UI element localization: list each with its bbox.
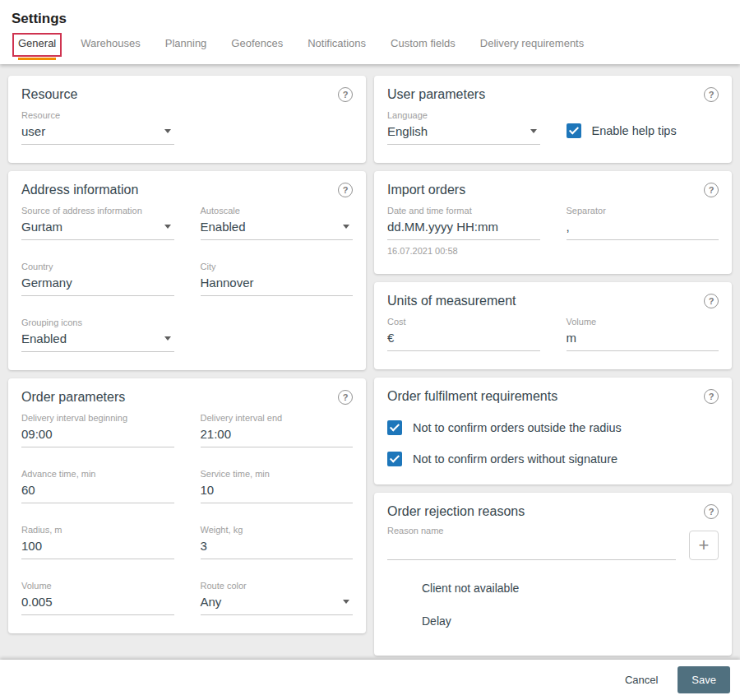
address-information-card-title: Address information bbox=[21, 183, 138, 197]
resource-field-label: Resource bbox=[21, 110, 174, 120]
city-field-label: City bbox=[201, 262, 354, 271]
help-icon[interactable]: ? bbox=[704, 504, 719, 519]
rejection-reason-list: Client not available Delay bbox=[387, 572, 719, 637]
field-label: Delivery interval end bbox=[201, 413, 354, 423]
checkbox-checked-icon bbox=[387, 452, 402, 466]
volume-field: Volume bbox=[21, 581, 174, 615]
order-parameters-card-title: Order parameters bbox=[21, 390, 125, 405]
help-icon[interactable]: ? bbox=[704, 183, 719, 197]
country-field-label: Country bbox=[21, 262, 174, 271]
service-time-field: Service time, min bbox=[201, 469, 354, 503]
field-label: Radius, m bbox=[21, 525, 174, 535]
grouping-icons-select[interactable]: Enabled bbox=[21, 329, 174, 352]
address-information-card: Address information ? Source of address … bbox=[8, 171, 366, 370]
tab-custom-fields[interactable]: Custom fields bbox=[391, 29, 456, 60]
reason-name-input[interactable] bbox=[387, 537, 676, 560]
left-column: Resource ? Resource user Address informa… bbox=[8, 76, 366, 660]
confirm-without-signature-label: Not to confirm orders without signature bbox=[413, 452, 617, 466]
rejection-reason-item[interactable]: Client not available bbox=[387, 572, 719, 605]
confirm-outside-radius-checkbox[interactable]: Not to confirm orders outside the radius bbox=[387, 420, 719, 435]
field-label: Weight, kg bbox=[201, 525, 354, 535]
datetime-format-hint: 16.07.2021 00:58 bbox=[387, 246, 540, 256]
volume-unit-field-label: Volume bbox=[567, 317, 719, 327]
rejection-reason-item[interactable]: Delay bbox=[387, 605, 719, 637]
delivery-interval-beginning-input[interactable] bbox=[21, 424, 174, 447]
tab-warehouses[interactable]: Warehouses bbox=[81, 29, 141, 60]
resource-card: Resource ? Resource user bbox=[8, 76, 366, 163]
grouping-icons-select-value: Enabled bbox=[21, 331, 67, 345]
city-field: City bbox=[201, 262, 354, 296]
help-icon[interactable]: ? bbox=[338, 183, 353, 197]
help-icon[interactable]: ? bbox=[704, 389, 719, 404]
separator-field: Separator bbox=[567, 206, 719, 256]
tab-custom-fields-label: Custom fields bbox=[391, 37, 456, 49]
add-reason-button[interactable]: + bbox=[689, 531, 719, 560]
cost-input[interactable] bbox=[387, 328, 540, 351]
radius-input[interactable] bbox=[21, 536, 174, 559]
separator-field-label: Separator bbox=[567, 206, 719, 216]
confirm-without-signature-checkbox[interactable]: Not to confirm orders without signature bbox=[387, 452, 719, 466]
cost-field: Cost bbox=[387, 317, 540, 351]
language-select[interactable]: English bbox=[387, 122, 540, 145]
source-select-value: Gurtam bbox=[21, 220, 62, 234]
language-field-label: Language bbox=[387, 110, 540, 120]
tab-geofences-label: Geofences bbox=[231, 37, 283, 49]
datetime-format-input[interactable] bbox=[387, 217, 540, 240]
delivery-interval-end-input[interactable] bbox=[201, 424, 354, 447]
delivery-interval-beginning-field: Delivery interval beginning bbox=[21, 413, 174, 447]
autoscale-select[interactable]: Enabled bbox=[201, 217, 354, 240]
import-orders-card-title: Import orders bbox=[387, 183, 465, 197]
help-icon[interactable]: ? bbox=[338, 87, 353, 102]
tab-delivery-requirements[interactable]: Delivery requirements bbox=[480, 29, 584, 60]
route-color-select[interactable]: Any bbox=[201, 592, 354, 615]
resource-field: Resource user bbox=[21, 110, 174, 145]
field-label: Service time, min bbox=[201, 469, 354, 479]
tab-geofences[interactable]: Geofences bbox=[231, 29, 283, 60]
weight-field: Weight, kg bbox=[201, 525, 354, 559]
autoscale-field: Autoscale Enabled bbox=[201, 206, 354, 240]
source-field: Source of address information Gurtam bbox=[21, 206, 174, 240]
user-parameters-card-title: User parameters bbox=[387, 87, 485, 102]
service-time-input[interactable] bbox=[201, 480, 354, 503]
save-button[interactable]: Save bbox=[678, 666, 730, 693]
advance-time-field: Advance time, min bbox=[21, 469, 174, 503]
field-label: Volume bbox=[21, 581, 174, 591]
radius-field: Radius, m bbox=[21, 525, 174, 559]
units-card: Units of measurement ? Cost Volume bbox=[374, 282, 732, 369]
field-label: Route color bbox=[201, 581, 354, 591]
source-select[interactable]: Gurtam bbox=[21, 217, 174, 240]
language-field: Language English bbox=[387, 110, 540, 145]
tab-planning-label: Planning bbox=[165, 37, 207, 49]
weight-input[interactable] bbox=[201, 536, 354, 559]
chevron-down-icon bbox=[164, 225, 171, 229]
volume-unit-input[interactable] bbox=[567, 328, 719, 351]
tab-notifications-label: Notifications bbox=[308, 37, 366, 49]
right-column: User parameters ? Language English Enabl… bbox=[374, 76, 732, 660]
tab-general[interactable]: General bbox=[18, 29, 56, 60]
route-color-field: Route color Any bbox=[201, 581, 354, 615]
separator-input[interactable] bbox=[567, 217, 719, 240]
volume-input[interactable] bbox=[21, 592, 174, 615]
tab-general-label: General bbox=[18, 37, 56, 49]
chevron-down-icon bbox=[530, 129, 537, 133]
order-rejection-card-title: Order rejection reasons bbox=[387, 504, 525, 519]
city-input[interactable] bbox=[201, 273, 354, 296]
enable-help-tips-checkbox[interactable]: Enable help tips bbox=[567, 123, 719, 138]
grouping-icons-field-label: Grouping icons bbox=[21, 318, 174, 327]
country-input[interactable] bbox=[21, 273, 174, 296]
delivery-interval-end-field: Delivery interval end bbox=[201, 413, 354, 447]
enable-help-tips-label: Enable help tips bbox=[592, 124, 677, 137]
field-label: Delivery interval beginning bbox=[21, 413, 174, 423]
tab-notifications[interactable]: Notifications bbox=[308, 29, 366, 60]
resource-select[interactable]: user bbox=[21, 122, 174, 145]
autoscale-select-value: Enabled bbox=[201, 220, 246, 234]
cancel-button[interactable]: Cancel bbox=[612, 667, 671, 693]
advance-time-input[interactable] bbox=[21, 480, 174, 503]
help-icon[interactable]: ? bbox=[704, 87, 719, 102]
help-icon[interactable]: ? bbox=[704, 294, 719, 308]
checkbox-checked-icon bbox=[387, 420, 402, 435]
tab-planning[interactable]: Planning bbox=[165, 29, 207, 60]
help-icon[interactable]: ? bbox=[338, 390, 353, 405]
order-fulfilment-card: Order fulfilment requirements ? Not to c… bbox=[374, 378, 732, 484]
settings-content: Resource ? Resource user Address informa… bbox=[0, 64, 740, 660]
